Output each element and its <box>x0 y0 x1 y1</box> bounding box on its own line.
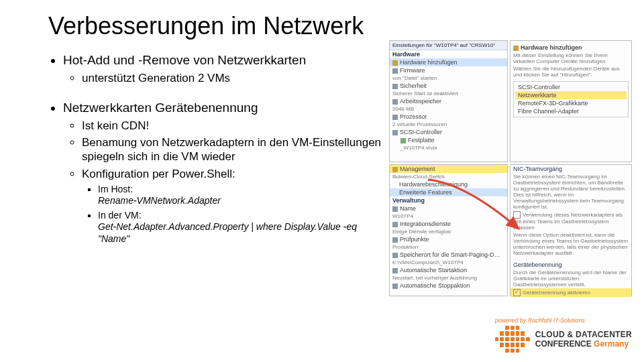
bullet-1: Hot-Add und -Remove von Netzwerkkarten <box>63 52 390 68</box>
screenshot-add-hardware: Hardware hinzufügen Mit dieser Einstellu… <box>510 40 632 162</box>
bullet-2c2: In der VM: Get-Net.Adapter.Advanced.Prop… <box>98 210 390 245</box>
logo-icon <box>495 326 530 353</box>
bullet-2: Netzwerkkarten Gerätebenennung <box>63 100 390 116</box>
footer-logo: powered by Rachfahl IT-Solutions CLOUD &… <box>495 317 632 353</box>
bullet-1a: unterstützt Generation 2 VMs <box>82 71 390 85</box>
bullet-2a: Ist kein CDN! <box>82 119 390 133</box>
screenshot-settings-tree: Einstellungen für "W10TP4" auf "CRSW10" … <box>389 40 508 162</box>
body-text: Hot-Add und -Remove von Netzwerkkarten u… <box>48 52 390 247</box>
slide-title: Verbesserungen im Netzwerk <box>48 12 364 40</box>
bullet-2c: Konfiguration per Power.Shell: <box>82 167 390 181</box>
bullet-2c1: Im Host: Rename-VMNetwork.Adapter <box>98 184 390 207</box>
bullet-2b: Benamung von Netzwerkadaptern in den VM-… <box>82 135 390 164</box>
logo-line1: CLOUD & DATACENTER <box>535 330 632 339</box>
logo-line2: CONFERENCE Germany <box>535 339 632 349</box>
powered-by: powered by Rachfahl IT-Solutions <box>495 317 632 324</box>
screenshot-management-tree: Management Bulwien-Cloud-Switch Hardware… <box>389 164 508 296</box>
screenshot-device-naming: NIC-Teamvorgang Sie können einen NIC-Tea… <box>510 164 632 296</box>
